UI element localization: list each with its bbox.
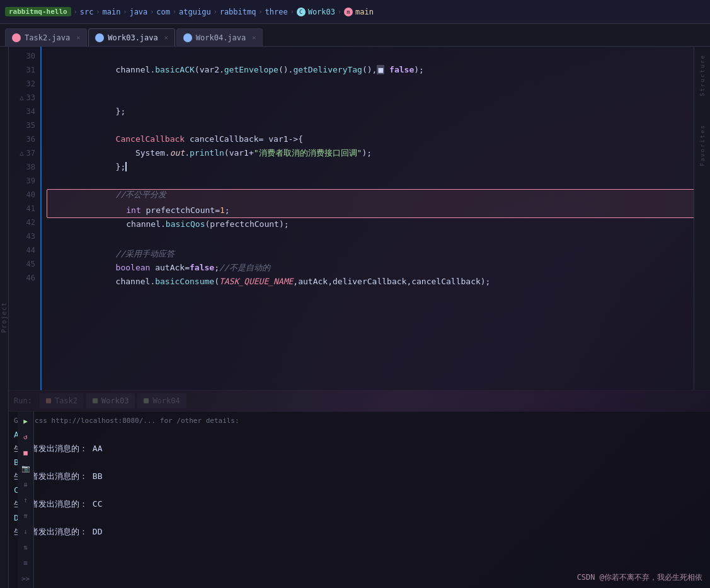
line-num-46: 46 [9, 271, 40, 285]
breadcrumb-atguigu[interactable]: atguigu [179, 8, 211, 16]
tab-work03-icon [95, 33, 104, 42]
line-num-44: 44 [9, 243, 40, 257]
sidebar-rerun-icon[interactable]: ↺ [19, 430, 33, 444]
output-line-dd: DD [14, 511, 705, 525]
tab-work04-close[interactable]: ✕ [252, 34, 256, 41]
sidebar-up-icon[interactable]: ↑ [19, 493, 33, 507]
output-line-cc: CC [14, 483, 705, 497]
code-line-32 [47, 77, 705, 91]
tab-work03-label: Work03.java [108, 33, 157, 42]
code-editor[interactable]: 30 31 32 △ 33 34 35 36 △ 37 38 39 40 41 … [9, 47, 710, 390]
line-num-30: 30 [9, 49, 40, 63]
code-line-33: }; [47, 91, 705, 105]
code-content[interactable]: channel.basicACK(var2.getEnvelope().getD… [42, 47, 710, 390]
work03-icon: C [297, 8, 306, 16]
line-num-37: △ 37 [9, 146, 40, 160]
output-sidebar: ▶ ↺ ■ 📷 ⇊ ↑ ⇈ ↓ ⇅ ≡ >> [18, 412, 34, 588]
tab-work03-close[interactable]: ✕ [164, 34, 168, 41]
tab-task2-close[interactable]: ✕ [76, 34, 80, 41]
main-layout: Project 30 31 32 △ 33 34 35 36 △ 37 [0, 47, 710, 588]
breadcrumb-method[interactable]: m main [344, 8, 374, 16]
code-line-39: //不公平分发 [47, 174, 705, 188]
code-line-34 [47, 105, 705, 118]
tab-work04-label: Work04.java [196, 33, 246, 42]
tab-work03[interactable]: Work03.java ✕ [88, 28, 175, 46]
line-num-33: △ 33 [9, 91, 40, 105]
line-num-38: 38 [9, 160, 40, 174]
project-label[interactable]: rabbitmq-hello [5, 7, 71, 16]
method-icon: m [344, 8, 353, 16]
tabs-bar: Task2.java ✕ Work03.java ✕ Work04.java ✕ [0, 24, 710, 47]
breadcrumb-com[interactable]: com [156, 8, 170, 16]
line-num-39: 39 [9, 174, 40, 188]
sidebar-run-icon[interactable]: ▶ [19, 414, 33, 428]
line-num-45: 45 [9, 257, 40, 271]
line-num-35: 35 [9, 118, 40, 132]
breadcrumb: rabbitmq-hello › src › main › java › com… [0, 0, 710, 24]
breadcrumb-src[interactable]: src [80, 8, 94, 16]
tab-task2-label: Task2.java [25, 33, 70, 42]
sidebar-collapse-icon[interactable]: ⇊ [19, 477, 33, 491]
structure-label: Structure [699, 54, 706, 96]
line-num-43: 43 [9, 229, 40, 243]
output-line-aa-msg: 生产者发出消息的： AA [14, 442, 705, 456]
tab-work04-icon [183, 33, 192, 42]
sidebar-stop-icon[interactable]: ■ [19, 446, 33, 459]
output-line-aa: AA [14, 428, 705, 442]
right-sidebar: Structure Favorites [694, 47, 710, 390]
line-num-42: 42 [9, 216, 40, 229]
breadcrumb-main[interactable]: main [102, 8, 120, 16]
output-area[interactable]: GET /css http://localhost:8080/... for /… [9, 412, 710, 588]
sidebar-expand2-icon[interactable]: >> [19, 572, 33, 585]
output-line-bb-msg: 生产者发出消息的： BB [14, 470, 705, 483]
sidebar-expand-icon[interactable]: ⇈ [19, 509, 33, 522]
breadcrumb-work03[interactable]: C Work03 [297, 8, 335, 16]
gutter-icon-37: △ [16, 146, 24, 160]
line-num-34: 34 [9, 105, 40, 118]
breadcrumb-three[interactable]: three [265, 8, 288, 16]
breadcrumb-sep-1: › [74, 8, 77, 15]
breadcrumb-rabbitmq[interactable]: rabbitmq [220, 8, 256, 16]
line-numbers: 30 31 32 △ 33 34 35 36 △ 37 38 39 40 41 … [9, 47, 42, 390]
sidebar-down-icon[interactable]: ↓ [19, 524, 33, 538]
project-sidebar-label: Project [1, 302, 8, 333]
line-num-40: 40 [9, 188, 40, 202]
code-line-43: //采用手动应答 [47, 233, 705, 247]
tab-task2[interactable]: Task2.java ✕ [5, 28, 87, 46]
editor-area: 30 31 32 △ 33 34 35 36 △ 37 38 39 40 41 … [9, 47, 710, 588]
output-line-cc-msg: 生产者发出消息的： CC [14, 497, 705, 511]
output-line-0: GET /css http://localhost:8080/... for /… [14, 414, 705, 428]
line-num-32: 32 [9, 77, 40, 91]
output-line-bb: BB [14, 456, 705, 470]
watermark: CSDN @你若不离不弃，我必生死相依 [577, 572, 702, 583]
project-sidebar: Project [0, 47, 9, 588]
output-line-dd-msg: 生产者发出消息的： DD [14, 525, 705, 539]
tab-java-icon [12, 33, 21, 42]
code-line-30: channel.basicACK(var2.getEnvelope().getD… [47, 49, 705, 63]
breadcrumb-java[interactable]: java [129, 8, 147, 16]
sidebar-wrap-icon[interactable]: ≡ [19, 556, 33, 570]
favorites-label: Favorites [699, 124, 706, 166]
sidebar-sort-icon[interactable]: ⇅ [19, 540, 33, 554]
line-num-41: 41 [9, 202, 40, 216]
code-line-38 [47, 160, 705, 174]
line-num-36: 36 [9, 132, 40, 146]
tab-work04[interactable]: Work04.java ✕ [176, 28, 263, 46]
code-line-35: CancelCallback cancelCallback= var1->{ [47, 118, 705, 132]
sidebar-camera-icon[interactable]: 📷 [19, 461, 33, 475]
line-num-31: 31 [9, 63, 40, 77]
gutter-icon-33: △ [16, 91, 24, 105]
